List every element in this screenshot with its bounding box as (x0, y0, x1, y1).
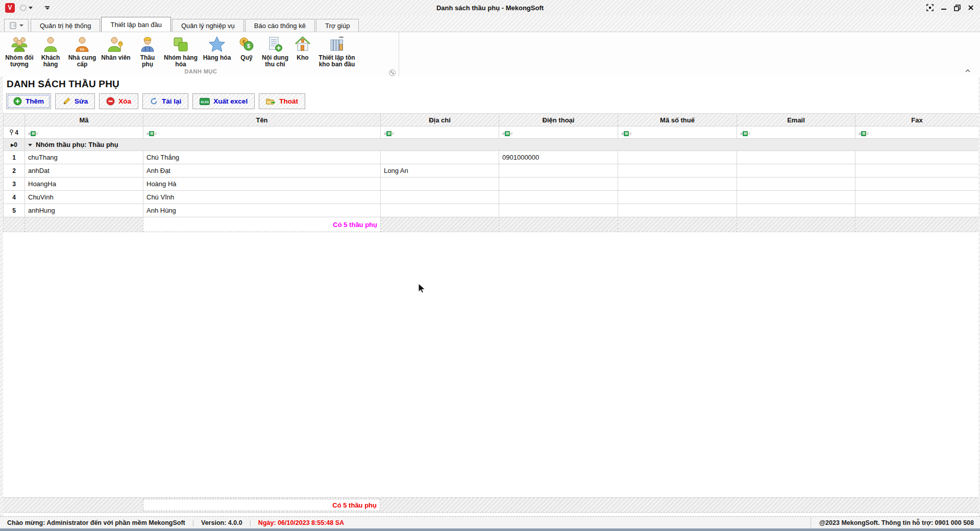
group-dialog-launcher-button[interactable] (389, 69, 396, 76)
cell-email[interactable] (737, 151, 855, 164)
cell-ma[interactable]: anhHung (25, 204, 143, 217)
people-group-icon (10, 35, 29, 54)
tab-thiet-lap-ban-dau[interactable]: Thiết lập ban đầu (101, 17, 170, 32)
cell-ma-so-thue[interactable] (618, 204, 737, 217)
column-header-ma[interactable]: Mã (25, 114, 143, 127)
filter-cell-ma-so-thue[interactable]: aBc (618, 127, 737, 139)
collapse-group-icon[interactable] (28, 144, 32, 146)
group-footer-empty (25, 217, 143, 232)
fit-screen-button[interactable] (926, 4, 934, 11)
cell-ma-so-thue[interactable] (618, 178, 737, 191)
close-button[interactable] (968, 5, 974, 11)
cell-email[interactable] (737, 164, 855, 178)
cell-ten[interactable]: Chú Thắng (143, 151, 381, 164)
cell-dia-chi[interactable]: Long An (381, 164, 499, 178)
tab-quan-tri-he-thong[interactable]: Quản trị hệ thống (31, 19, 100, 32)
sua-button[interactable]: Sửa (55, 93, 95, 109)
filter-cell-fax[interactable]: aBc (855, 127, 979, 139)
tai-lai-button[interactable]: Tải lại (142, 93, 188, 109)
cell-email[interactable] (737, 204, 855, 217)
cell-fax[interactable] (855, 178, 979, 191)
collapse-ribbon-button[interactable] (965, 66, 971, 75)
column-header-fax[interactable]: Fax (855, 114, 979, 127)
column-header-ten[interactable]: Tên (143, 114, 381, 127)
cell-dien-thoai[interactable] (499, 164, 618, 178)
cell-dia-chi[interactable] (381, 151, 499, 164)
left-margin-strip (0, 77, 3, 516)
group-footer-empty (618, 217, 737, 232)
ribbon-item-nha-cung-cap[interactable]: DX Nhà cung cấp (65, 34, 99, 69)
cell-ma[interactable]: anhDat (25, 164, 143, 178)
filter-cell-email[interactable]: aBc (737, 127, 855, 139)
cell-dien-thoai[interactable] (499, 204, 618, 217)
filter-cell-dia-chi[interactable]: aBc (381, 127, 499, 139)
group-row-indicator: ▸0 (4, 139, 25, 151)
cell-email[interactable] (737, 178, 855, 191)
ribbon-item-khach-hang[interactable]: Khách hàng (36, 34, 65, 69)
filter-abc-icon[interactable]: aBc (28, 131, 38, 136)
ribbon-item-thau-phu[interactable]: Thầu phụ (133, 34, 162, 69)
filter-cell-ma[interactable]: aBc (25, 127, 143, 139)
row-number[interactable]: 5 (4, 204, 25, 217)
minimize-button[interactable] (941, 5, 947, 11)
thoat-button[interactable]: Thoát (259, 93, 305, 109)
filter-abc-icon[interactable]: aBc (621, 131, 631, 136)
cell-ma-so-thue[interactable] (618, 164, 737, 178)
filter-cell-dien-thoai[interactable]: aBc (499, 127, 618, 139)
cell-fax[interactable] (855, 204, 979, 217)
cell-ma-so-thue[interactable] (618, 151, 737, 164)
filter-abc-icon[interactable]: aBc (502, 131, 512, 136)
column-header-dia-chi[interactable]: Địa chỉ (381, 114, 499, 127)
filter-abc-icon[interactable]: aBc (384, 131, 394, 136)
ribbon-item-quy[interactable]: €$ Quỹ (235, 34, 258, 62)
ribbon-item-nhom-doi-tuong[interactable]: Nhóm đối tượng (3, 34, 36, 69)
cell-fax[interactable] (855, 164, 979, 178)
cell-email[interactable] (737, 191, 855, 204)
cell-ten[interactable]: Hoàng Hà (143, 178, 381, 191)
cell-dia-chi[interactable] (381, 178, 499, 191)
restore-button[interactable] (954, 5, 961, 11)
group-row-cell[interactable]: Nhóm thầu phụ: Thầu phụ (25, 139, 979, 151)
cell-dia-chi[interactable] (381, 204, 499, 217)
ribbon-item-label: Kho (297, 55, 308, 61)
cell-ma[interactable]: ChuVinh (25, 191, 143, 204)
cell-ma[interactable]: chuThang (25, 151, 143, 164)
cell-dien-thoai[interactable] (499, 178, 618, 191)
cell-ten[interactable]: Anh Hùng (143, 204, 381, 217)
cell-dien-thoai[interactable] (499, 191, 618, 204)
filter-abc-icon[interactable]: aBc (146, 131, 157, 136)
row-number[interactable]: 3 (4, 178, 25, 191)
cell-ten[interactable]: Anh Đạt (143, 164, 381, 178)
row-number[interactable]: 1 (4, 151, 25, 164)
ribbon-item-hang-hoa[interactable]: Hàng hóa (199, 34, 235, 62)
ribbon-item-thiet-lap-ton-kho[interactable]: Thiết lập tồn kho ban đầu (313, 34, 360, 69)
xuat-excel-button[interactable]: XLSX Xuất excel (192, 93, 255, 109)
cell-fax[interactable] (855, 191, 979, 204)
them-button[interactable]: Thêm (6, 93, 51, 109)
ribbon-item-kho[interactable]: Kho (292, 34, 313, 62)
cell-fax[interactable] (855, 151, 979, 164)
cell-dia-chi[interactable] (381, 191, 499, 204)
row-number[interactable]: 2 (4, 164, 25, 178)
ribbon-item-nhan-vien[interactable]: Nhân viên (99, 34, 133, 62)
tab-quan-ly-nghiep-vu[interactable]: Quản lý nghiệp vụ (172, 19, 244, 32)
application-menu-tab[interactable] (4, 19, 29, 32)
cell-ten[interactable]: Chú Vĩnh (143, 191, 381, 204)
filter-cell-ten[interactable]: aBc (143, 127, 381, 139)
row-number[interactable]: 4 (4, 191, 25, 204)
column-header-ma-so-thue[interactable]: Mã số thuế (618, 114, 737, 127)
cell-dien-thoai[interactable]: 0901000000 (499, 151, 618, 164)
filter-abc-icon[interactable]: aBc (740, 131, 750, 136)
ribbon-item-label: Quỹ (240, 55, 252, 61)
ribbon-item-nhom-hang-hoa[interactable]: Nhóm hàng hóa (162, 34, 199, 69)
tab-tro-giup[interactable]: Trợ giúp (316, 19, 359, 32)
column-header-email[interactable]: Email (737, 114, 855, 127)
cell-ma[interactable]: HoangHa (25, 178, 143, 191)
column-header-dien-thoai[interactable]: Điện thoại (499, 114, 618, 127)
tab-bao-cao-thong-ke[interactable]: Báo cáo thống kê (245, 19, 315, 32)
cell-ma-so-thue[interactable] (618, 191, 737, 204)
table-row: 2 anhDat Anh Đạt Long An (4, 164, 979, 178)
filter-abc-icon[interactable]: aBc (859, 131, 869, 136)
ribbon-item-noi-dung-thu-chi[interactable]: Nội dung thu chi (258, 34, 292, 69)
xoa-button[interactable]: Xóa (99, 93, 138, 109)
